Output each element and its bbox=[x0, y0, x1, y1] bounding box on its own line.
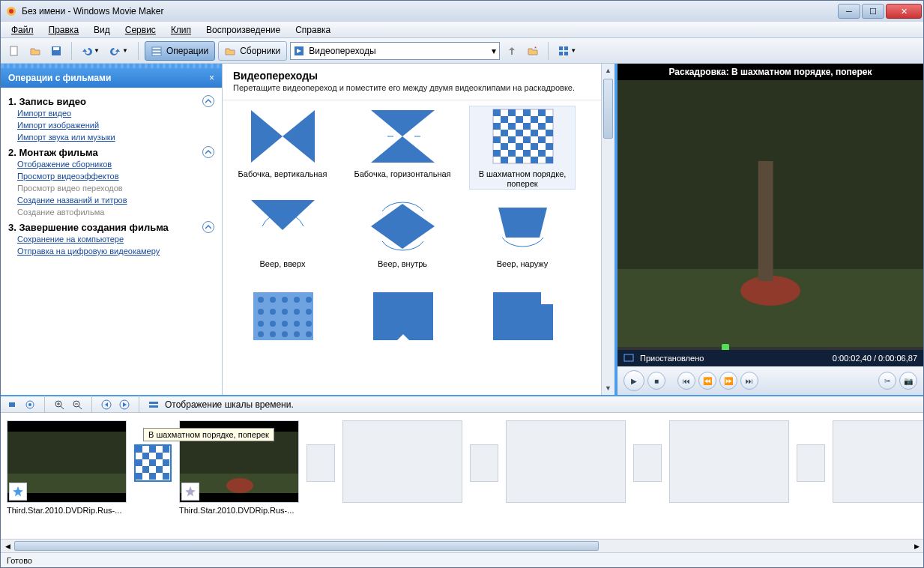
effect-icon[interactable] bbox=[181, 483, 199, 501]
storyboard-transition-empty[interactable] bbox=[797, 444, 825, 482]
nav-up-button[interactable] bbox=[503, 42, 521, 60]
redo-button[interactable]: ▼ bbox=[106, 42, 132, 60]
svg-rect-106 bbox=[136, 473, 142, 480]
menu-file[interactable]: Файл bbox=[4, 23, 41, 37]
task-save-computer[interactable]: Сохранение на компьютере bbox=[8, 233, 214, 245]
open-project-button[interactable] bbox=[26, 42, 44, 60]
task-import-video[interactable]: Импорт видео bbox=[8, 107, 214, 119]
transition-item[interactable]: Веер, вверх bbox=[230, 196, 335, 279]
minimize-button[interactable]: ─ bbox=[838, 4, 860, 19]
storyboard-transition-empty[interactable] bbox=[633, 444, 662, 482]
menu-help[interactable]: Справка bbox=[288, 23, 338, 37]
task-import-images[interactable]: Импорт изображений bbox=[8, 119, 214, 131]
effect-icon[interactable] bbox=[9, 483, 27, 501]
tasks-section-edit[interactable]: 2. Монтаж фильма bbox=[8, 146, 214, 158]
prev-button[interactable]: ⏮ bbox=[677, 372, 695, 390]
location-combo[interactable]: Видеопереходы ▾ bbox=[290, 42, 500, 60]
tasks-close-icon[interactable]: × bbox=[209, 73, 214, 83]
transition-item[interactable] bbox=[470, 286, 575, 369]
task-send-dv[interactable]: Отправка на цифровую видеокамеру bbox=[8, 245, 214, 257]
maximize-button[interactable]: ☐ bbox=[862, 4, 884, 19]
transition-item[interactable]: Бабочка, горизонтальная bbox=[350, 106, 455, 189]
clip-thumbnail[interactable] bbox=[7, 420, 127, 503]
scroll-thumb[interactable] bbox=[14, 541, 599, 551]
storyboard-transition-empty[interactable] bbox=[307, 444, 335, 482]
undo-button[interactable]: ▼ bbox=[78, 42, 103, 60]
scroll-right-icon[interactable]: ▶ bbox=[910, 540, 923, 552]
zoom-out-icon[interactable] bbox=[70, 398, 84, 411]
transition-label: Веер, внутрь bbox=[378, 259, 427, 279]
svg-point-111 bbox=[226, 478, 253, 493]
svg-rect-24 bbox=[508, 123, 516, 130]
tasks-button[interactable]: Операции bbox=[145, 41, 215, 61]
titlebar: Без имени - Windows Movie Maker ─ ☐ ✕ bbox=[1, 1, 923, 22]
menu-play[interactable]: Воспроизведение bbox=[199, 23, 288, 37]
forward-button[interactable]: ⏩ bbox=[719, 372, 737, 390]
scroll-up-icon[interactable]: ▲ bbox=[602, 64, 615, 77]
storyboard-transition[interactable]: В шахматном порядке, поперек bbox=[134, 444, 172, 482]
seek-handle[interactable] bbox=[722, 344, 729, 350]
close-button[interactable]: ✕ bbox=[886, 4, 922, 19]
tasks-icon bbox=[151, 46, 162, 56]
storyboard-clip-empty[interactable] bbox=[342, 420, 462, 503]
transition-item[interactable]: Бабочка, вертикальная bbox=[230, 106, 335, 189]
audio-levels-icon[interactable] bbox=[23, 398, 37, 411]
transition-item[interactable]: Веер, наружу bbox=[470, 196, 575, 279]
collections-button[interactable]: Сборники bbox=[218, 41, 287, 61]
rewind-timeline-icon[interactable] bbox=[100, 398, 113, 411]
svg-rect-16 bbox=[508, 109, 516, 116]
timeline-toolbar-label[interactable]: Отображение шкалы времени. bbox=[165, 399, 294, 410]
scroll-down-icon[interactable]: ▼ bbox=[602, 381, 615, 395]
next-button[interactable]: ⏭ bbox=[740, 372, 758, 390]
svg-point-62 bbox=[306, 321, 312, 327]
task-import-audio[interactable]: Импорт звука или музыки bbox=[8, 131, 214, 143]
menu-view[interactable]: Вид bbox=[86, 23, 118, 37]
menu-clip[interactable]: Клип bbox=[163, 23, 199, 37]
tasks-button-label: Операции bbox=[166, 46, 208, 56]
task-create-titles[interactable]: Создание названий и титров bbox=[8, 194, 214, 206]
svg-rect-12 bbox=[559, 52, 563, 55]
play-button[interactable]: ▶ bbox=[623, 370, 644, 391]
storyboard-clip-empty[interactable] bbox=[669, 420, 789, 503]
svg-rect-11 bbox=[564, 46, 568, 50]
play-timeline-icon[interactable] bbox=[118, 398, 131, 411]
scroll-left-icon[interactable]: ◀ bbox=[1, 540, 14, 552]
storyboard-scrollbar[interactable]: ◀ ▶ bbox=[1, 539, 923, 552]
transition-item[interactable] bbox=[230, 286, 335, 369]
snapshot-button[interactable]: 📷 bbox=[899, 372, 917, 390]
collection-scrollbar[interactable]: ▲ ▼ bbox=[601, 64, 615, 395]
tasks-section-capture[interactable]: 1. Запись видео bbox=[8, 95, 214, 107]
stop-button[interactable]: ■ bbox=[647, 372, 665, 390]
transition-item[interactable]: В шахматном порядке, поперек bbox=[470, 106, 575, 189]
timeline-view-icon[interactable] bbox=[147, 398, 160, 411]
scroll-thumb[interactable] bbox=[603, 79, 613, 139]
preview-video[interactable] bbox=[617, 80, 923, 350]
save-button[interactable] bbox=[47, 42, 65, 60]
task-show-collections[interactable]: Отображение сборников bbox=[8, 158, 214, 170]
zoom-in-icon[interactable] bbox=[52, 398, 66, 411]
chevron-up-icon bbox=[202, 146, 214, 158]
rewind-button[interactable]: ⏪ bbox=[698, 372, 716, 390]
view-mode-button[interactable]: ▼ bbox=[555, 42, 580, 60]
storyboard-transition-empty[interactable] bbox=[470, 444, 498, 482]
storyboard-clip[interactable]: Third.Star.2010.DVDRip.Rus-... bbox=[7, 420, 127, 515]
transition-label: Веер, наружу bbox=[497, 259, 549, 279]
chevron-up-icon bbox=[202, 221, 214, 233]
storyboard[interactable]: Third.Star.2010.DVDRip.Rus-... В шахматн… bbox=[1, 413, 923, 539]
preview-seekbar[interactable] bbox=[617, 347, 923, 350]
tasks-section-finish[interactable]: 3. Завершение создания фильма bbox=[8, 221, 214, 233]
storyboard-clip-empty[interactable] bbox=[833, 420, 923, 503]
task-view-effects[interactable]: Просмотр видеоэффектов bbox=[8, 170, 214, 182]
transition-item[interactable]: Веер, внутрь bbox=[350, 196, 455, 279]
storyboard-clip-empty[interactable] bbox=[506, 420, 626, 503]
new-folder-button[interactable]: * bbox=[524, 42, 542, 60]
collection-panel: Видеопереходы Перетащите видеопереход и … bbox=[223, 64, 615, 395]
svg-rect-13 bbox=[564, 52, 568, 55]
menu-edit[interactable]: Правка bbox=[41, 23, 87, 37]
transition-item[interactable] bbox=[350, 286, 455, 369]
menu-tools[interactable]: Сервис bbox=[118, 23, 163, 37]
split-button[interactable]: ✂ bbox=[878, 372, 896, 390]
new-project-button[interactable] bbox=[5, 42, 23, 60]
narrate-icon[interactable] bbox=[5, 398, 19, 411]
tasks-header: Операции с фильмами × bbox=[1, 68, 222, 88]
